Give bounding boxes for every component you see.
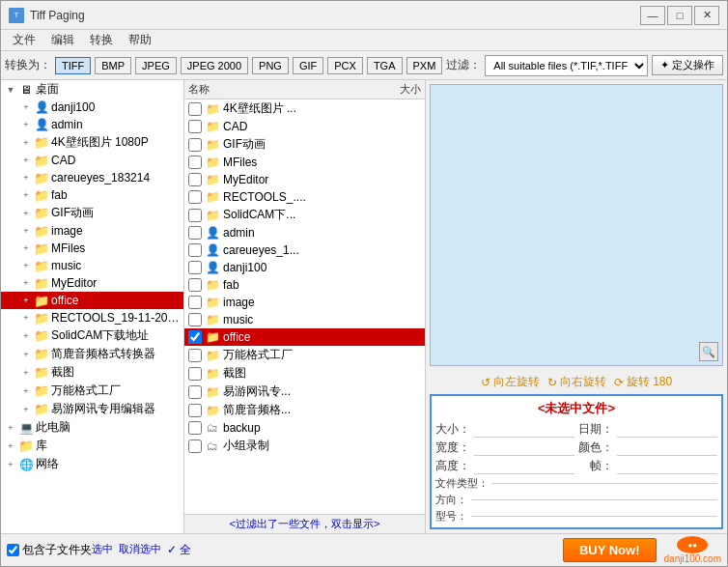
list-item[interactable]: 📁 RECTOOLS_.... [184, 188, 425, 206]
rotate-right-button[interactable]: ↻ 向右旋转 [547, 374, 606, 390]
tree-toggle[interactable]: + [3, 439, 18, 454]
list-item[interactable]: 📁 CAD [184, 118, 425, 135]
tree-item-office[interactable]: + 📁 office [1, 292, 183, 309]
rotate-left-button[interactable]: ↺ 向左旋转 [481, 374, 540, 390]
file-checkbox[interactable] [188, 421, 202, 435]
include-subfolders-label[interactable]: 包含子文件夹 [7, 542, 92, 558]
file-checkbox[interactable] [188, 367, 202, 381]
tree-toggle[interactable]: + [18, 206, 34, 221]
include-subfolders-checkbox[interactable] [7, 544, 19, 556]
file-checkbox[interactable] [188, 190, 202, 204]
tree-item-4k[interactable]: + 📁 4K壁纸图片 1080P [1, 133, 183, 152]
tree-item-admin[interactable]: + 👤 admin [1, 116, 183, 133]
tree-toggle[interactable]: + [18, 402, 34, 417]
format-jpeg2000[interactable]: JPEG 2000 [181, 57, 248, 74]
tree-toggle[interactable]: + [18, 117, 34, 132]
tree-toggle[interactable]: + [18, 223, 34, 239]
format-gif[interactable]: GIF [293, 57, 323, 74]
tree-toggle[interactable]: + [18, 241, 34, 256]
format-pxm[interactable]: PXM [406, 57, 443, 74]
minimize-button[interactable]: — [640, 6, 665, 25]
list-item[interactable]: 🗂 小组录制 [184, 437, 425, 455]
list-item[interactable]: 📁 截图 [184, 364, 425, 383]
tree-toggle[interactable]: + [18, 258, 34, 273]
tree-item-fab[interactable]: + 📁 fab [1, 186, 183, 204]
format-png[interactable]: PNG [252, 57, 289, 74]
tree-toggle[interactable]: + [18, 135, 34, 151]
list-item[interactable]: 📁 SolidCAM下... [184, 206, 425, 224]
file-checkbox[interactable] [188, 261, 202, 274]
format-tiff[interactable]: TIFF [55, 57, 91, 74]
tree-toggle[interactable]: + [18, 383, 34, 399]
tree-item-cad[interactable]: + 📁 CAD [1, 152, 183, 169]
list-item[interactable]: 📁 MyEditor [184, 171, 425, 188]
list-item[interactable]: 📁 fab [184, 276, 425, 294]
file-checkbox[interactable] [188, 349, 202, 362]
file-checkbox[interactable] [188, 404, 202, 417]
tree-item-wanneng[interactable]: + 📁 万能格式工厂 [1, 382, 183, 400]
list-item[interactable]: 📁 GIF动画 [184, 135, 425, 154]
tree-toggle[interactable]: + [18, 153, 34, 168]
file-checkbox[interactable] [188, 243, 202, 257]
menu-edit[interactable]: 编辑 [43, 30, 82, 50]
maximize-button[interactable]: □ [667, 6, 692, 25]
tree-toggle[interactable]: + [18, 293, 34, 308]
select-link[interactable]: 选中 [92, 542, 113, 558]
tree-item-careueyes[interactable]: + 📁 careueyes_183214 [1, 169, 183, 186]
preview-search-icon[interactable]: 🔍 [699, 342, 718, 361]
close-button[interactable]: ✕ [694, 6, 719, 25]
file-checkbox[interactable] [188, 278, 202, 292]
tree-toggle[interactable]: + [3, 420, 18, 436]
format-bmp[interactable]: BMP [95, 57, 131, 74]
tree-toggle[interactable]: + [18, 328, 34, 344]
tree-toggle[interactable]: + [3, 457, 18, 472]
file-checkbox[interactable] [188, 226, 202, 240]
file-checkbox[interactable] [188, 156, 202, 169]
tree-toggle[interactable]: + [18, 365, 34, 381]
tree-item-computer[interactable]: + 💻 此电脑 [1, 418, 183, 437]
tree-item-network[interactable]: + 🌐 网络 [1, 455, 183, 473]
menu-help[interactable]: 帮助 [121, 30, 159, 50]
list-item[interactable]: 📁 万能格式工厂 [184, 346, 425, 364]
deselect-link[interactable]: 取消选中 [119, 542, 161, 558]
list-item[interactable]: 📁 简鹿音频格... [184, 401, 425, 419]
tree-item-gif[interactable]: + 📁 GIF动画 [1, 204, 183, 222]
file-checkbox[interactable] [188, 313, 202, 326]
file-checkbox[interactable] [188, 439, 202, 453]
list-item[interactable]: 📁 music [184, 311, 425, 328]
format-pcx[interactable]: PCX [327, 57, 363, 74]
tree-item-ku[interactable]: + 📁 库 [1, 437, 183, 455]
tree-toggle[interactable]: + [18, 310, 34, 326]
tree-item-image[interactable]: + 📁 image [1, 222, 183, 240]
custom-action-button[interactable]: ✦ 定义操作 [652, 55, 723, 75]
list-item[interactable]: 👤 careueyes_1... [184, 241, 425, 259]
buy-button[interactable]: BUY Now! [563, 538, 657, 562]
tree-item-desktop[interactable]: ▼ 🖥 桌面 [1, 80, 183, 99]
rotate-180-button[interactable]: ⟳ 旋转 180 [614, 374, 672, 390]
list-item[interactable]: 📁 image [184, 294, 425, 311]
format-tga[interactable]: TGA [367, 57, 403, 74]
tree-item-yiyou[interactable]: + 📁 易游网讯专用编辑器 [1, 400, 183, 418]
file-checkbox[interactable] [188, 385, 202, 399]
tree-item-mfiles[interactable]: + 📁 MFiles [1, 240, 183, 257]
filter-select[interactable]: All suitable files (*.TIF,*.TIFF,*.FAX,*… [485, 55, 648, 76]
select-all-link[interactable]: ✓ 全 [167, 542, 191, 558]
tree-toggle[interactable]: ▼ [3, 82, 18, 98]
list-item[interactable]: 👤 danji100 [184, 259, 425, 276]
list-item-office[interactable]: 📁 office [184, 328, 425, 346]
list-item[interactable]: 📁 MFiles [184, 154, 425, 171]
file-checkbox[interactable] [188, 296, 202, 309]
list-item[interactable]: 📁 易游网讯专... [184, 383, 425, 401]
file-checkbox[interactable] [188, 120, 202, 133]
file-status-bar[interactable]: <过滤出了一些文件，双击显示> [184, 514, 425, 533]
menu-convert[interactable]: 转换 [82, 30, 121, 50]
tree-item-rectools[interactable]: + 📁 RECTOOLS_19-11-2024 0: [1, 309, 183, 326]
tree-toggle[interactable]: + [18, 170, 34, 185]
tree-item-jianlu[interactable]: + 📁 简鹿音频格式转换器 [1, 345, 183, 363]
list-item[interactable]: 👤 admin [184, 224, 425, 241]
file-checkbox[interactable] [188, 138, 202, 152]
file-checkbox[interactable] [188, 102, 202, 116]
tree-item-music[interactable]: + 📁 music [1, 257, 183, 274]
tree-item-danji100[interactable]: + 👤 danji100 [1, 99, 183, 116]
tree-item-solidcam[interactable]: + 📁 SolidCAM下载地址 [1, 326, 183, 345]
